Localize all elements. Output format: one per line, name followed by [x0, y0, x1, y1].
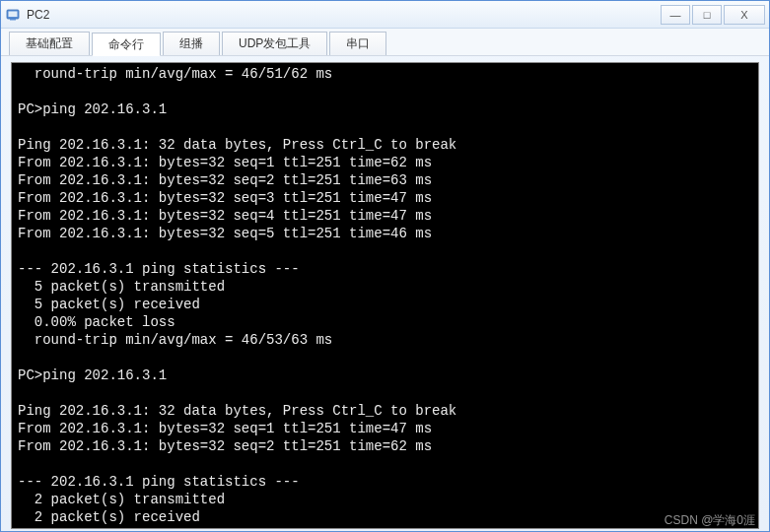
terminal-container: round-trip min/avg/max = 46/51/62 ms PC>…	[1, 56, 769, 531]
tab-serial[interactable]: 串口	[329, 32, 386, 55]
terminal-output[interactable]: round-trip min/avg/max = 46/51/62 ms PC>…	[11, 62, 759, 529]
tab-basic-config[interactable]: 基础配置	[9, 32, 90, 55]
svg-rect-2	[10, 19, 16, 21]
tab-udp-tool[interactable]: UDP发包工具	[222, 32, 327, 55]
window-title: PC2	[27, 8, 659, 22]
tab-bar: 基础配置 命令行 组播 UDP发包工具 串口	[1, 29, 769, 56]
close-button[interactable]: X	[724, 5, 765, 25]
window-controls: — □ X	[659, 5, 765, 25]
tab-command-line[interactable]: 命令行	[92, 33, 161, 56]
minimize-button[interactable]: —	[661, 5, 690, 25]
titlebar: PC2 — □ X	[1, 1, 769, 29]
app-icon	[5, 7, 21, 23]
tab-multicast[interactable]: 组播	[163, 32, 220, 55]
maximize-button[interactable]: □	[692, 5, 722, 25]
app-window: PC2 — □ X 基础配置 命令行 组播 UDP发包工具 串口 round-t…	[0, 0, 770, 532]
svg-rect-1	[9, 11, 18, 17]
